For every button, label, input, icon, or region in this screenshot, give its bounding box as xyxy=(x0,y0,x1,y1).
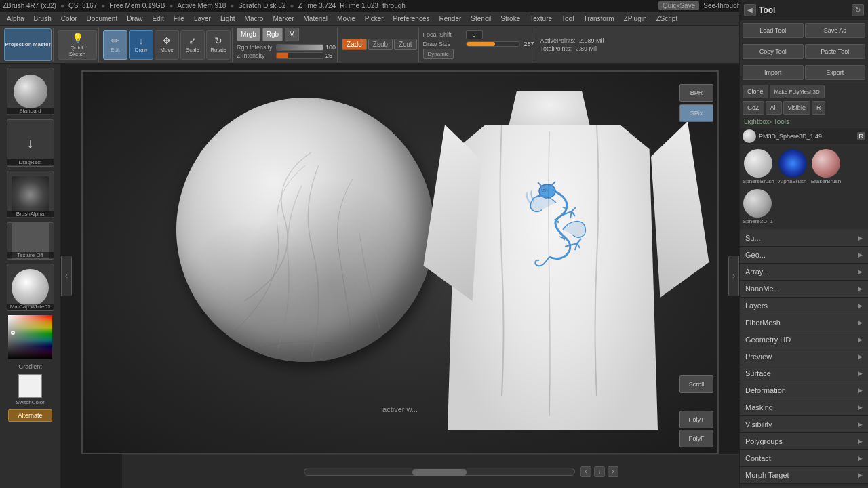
menu-render[interactable]: Render xyxy=(435,14,466,23)
canvas-right-arrow[interactable]: › xyxy=(728,256,739,296)
menu-zscript[interactable]: ZScript xyxy=(652,14,682,23)
quicksave-btn[interactable]: QuickSave xyxy=(658,1,699,10)
scroll-button[interactable]: Scroll xyxy=(679,375,713,393)
dynamic-button[interactable]: Dynamic xyxy=(423,49,454,59)
scale-button[interactable]: ⤢ Scale xyxy=(180,30,205,60)
polyt-button[interactable]: PolyT xyxy=(679,411,713,428)
menu-marker[interactable]: Marker xyxy=(269,14,298,23)
menu-picker[interactable]: Picker xyxy=(361,14,388,23)
section-nanome-header[interactable]: NanoMe... ▶ xyxy=(740,281,868,297)
polyf-button[interactable]: PolyF xyxy=(679,430,713,447)
menu-tool[interactable]: Tool xyxy=(557,14,578,23)
scroll-down-button[interactable]: ↓ xyxy=(594,466,605,477)
menu-movie[interactable]: Movie xyxy=(333,14,359,23)
draw-size-slider[interactable] xyxy=(466,41,520,47)
section-visibility-header[interactable]: Visibility ▶ xyxy=(740,416,868,432)
horizontal-scrollbar[interactable] xyxy=(304,468,575,476)
sphere-brush-label: SphereBrush xyxy=(743,179,774,185)
rgb-button[interactable]: Rgb xyxy=(262,28,283,41)
draw-button[interactable]: ↓ Draw xyxy=(129,30,153,60)
canvas-left-arrow[interactable]: ‹ xyxy=(61,256,72,296)
zcut-button[interactable]: Zcut xyxy=(394,39,416,50)
load-tool-button[interactable]: Load Tool xyxy=(743,23,804,38)
menu-preferences[interactable]: Preferences xyxy=(389,14,434,23)
menu-edit[interactable]: Edit xyxy=(149,14,168,23)
all-button[interactable]: All xyxy=(766,101,782,115)
bpr-button[interactable]: BPR xyxy=(679,84,713,102)
sphere3d1-brush-item[interactable]: Sphere3D_1 xyxy=(743,189,773,225)
sphere-brush-item[interactable]: SphereBrush xyxy=(743,149,774,185)
viewport[interactable]: BPR SPix Scroll PolyT PolyF activer w... xyxy=(81,70,719,454)
quickbox-button[interactable]: 💡 QuickSketch xyxy=(58,30,97,60)
panel-collapse-button[interactable]: ◀ xyxy=(744,4,756,16)
section-su-header[interactable]: Su... ▶ xyxy=(740,230,868,246)
clone-button[interactable]: Clone xyxy=(743,85,768,98)
menu-light[interactable]: Light xyxy=(216,14,239,23)
section-masking-header[interactable]: Masking ▶ xyxy=(740,399,868,415)
section-surface-header[interactable]: Surface ▶ xyxy=(740,365,868,382)
brushes-section: SphereBrush AlphaBrush EraserBrush Spher… xyxy=(740,145,868,230)
scroll-right-button[interactable]: › xyxy=(608,466,618,477)
brush-alpha-thumb[interactable]: BrushAlpha xyxy=(7,171,54,218)
menu-transform[interactable]: Transform xyxy=(579,14,618,23)
menu-draw[interactable]: Draw xyxy=(123,14,146,23)
texture-off-thumb[interactable]: Texture Off xyxy=(7,222,54,260)
export-button[interactable]: Export xyxy=(805,65,866,80)
menu-zplugin[interactable]: ZPlugin xyxy=(620,14,651,23)
section-morph-target-header[interactable]: Morph Target ▶ xyxy=(740,467,868,483)
rgb-intensity-bar[interactable] xyxy=(276,44,323,51)
spix-button[interactable]: SPix xyxy=(679,104,713,122)
r-button[interactable]: R xyxy=(812,101,826,115)
section-contact-header[interactable]: Contact ▶ xyxy=(740,450,868,466)
paste-tool-button[interactable]: Paste Tool xyxy=(805,44,866,59)
section-geo-header[interactable]: Geo... ▶ xyxy=(740,247,868,263)
zadd-button[interactable]: Zadd xyxy=(342,39,367,50)
section-deformation-header[interactable]: Deformation ▶ xyxy=(740,382,868,399)
alternate-button[interactable]: Alternate xyxy=(8,409,52,422)
menu-material[interactable]: Material xyxy=(300,14,332,23)
menu-brush[interactable]: Brush xyxy=(30,14,56,23)
projection-master-button[interactable]: Projection Master xyxy=(4,28,52,61)
lightbox-row[interactable]: Lightbox› Tools xyxy=(740,116,868,128)
rotate-button[interactable]: ↻ Rotate xyxy=(206,30,231,60)
make-polymesh-button[interactable]: Make PolyMesh3D xyxy=(770,85,825,98)
color-picker[interactable] xyxy=(8,315,52,359)
section-geometry-hd-header[interactable]: Geometry HD ▶ xyxy=(740,331,868,348)
m-button[interactable]: M xyxy=(285,28,298,41)
visible-button[interactable]: Visible xyxy=(783,101,810,115)
save-as-button[interactable]: Save As xyxy=(805,23,866,38)
section-fibermesh-header[interactable]: FiberMesh ▶ xyxy=(740,314,868,331)
menu-alpha[interactable]: Alpha xyxy=(3,14,28,23)
section-array-header[interactable]: Array... ▶ xyxy=(740,264,868,280)
menu-stroke[interactable]: Stroke xyxy=(496,14,524,23)
mrgb-button[interactable]: Mrgb xyxy=(237,28,260,41)
menu-color[interactable]: Color xyxy=(57,14,81,23)
menu-file[interactable]: File xyxy=(170,14,189,23)
alpha-brush-item[interactable]: AlphaBrush xyxy=(778,149,807,185)
scroll-left-button[interactable]: ‹ xyxy=(580,466,591,477)
move-button[interactable]: ✥ Move xyxy=(155,30,179,60)
standard-brush-thumb[interactable]: Standard xyxy=(7,68,54,115)
copy-tool-button[interactable]: Copy Tool xyxy=(743,44,804,59)
menu-macro[interactable]: Macro xyxy=(241,14,268,23)
edit-button[interactable]: ✏ Edit xyxy=(103,30,127,60)
panel-refresh-button[interactable]: ↻ xyxy=(852,4,864,16)
menu-layer[interactable]: Layer xyxy=(190,14,215,23)
zsub-button[interactable]: Zsub xyxy=(368,39,393,50)
section-layers-header[interactable]: Layers ▶ xyxy=(740,298,868,314)
scroll-thumb[interactable] xyxy=(412,469,467,476)
menu-texture[interactable]: Texture xyxy=(526,14,556,23)
drag-rect-thumb[interactable]: ↓ DragRect xyxy=(7,119,54,167)
matcap-thumb[interactable]: MatCap White01 xyxy=(7,264,54,311)
section-preview-header[interactable]: Preview ▶ xyxy=(740,348,868,365)
import-button[interactable]: Import xyxy=(743,65,804,80)
goz-button[interactable]: GoZ xyxy=(743,101,764,115)
section-polygroups-header[interactable]: Polygroups ▶ xyxy=(740,433,868,449)
switch-color-box[interactable] xyxy=(18,374,42,398)
z-intensity-bar[interactable] xyxy=(276,52,323,59)
eraser-brush-item[interactable]: EraserBrush xyxy=(811,149,841,185)
menu-stencil[interactable]: Stencil xyxy=(467,14,495,23)
menu-document[interactable]: Document xyxy=(83,14,122,23)
canvas-area[interactable]: ‹ › xyxy=(61,64,739,488)
focal-shift-val[interactable]: 0 xyxy=(466,30,483,39)
